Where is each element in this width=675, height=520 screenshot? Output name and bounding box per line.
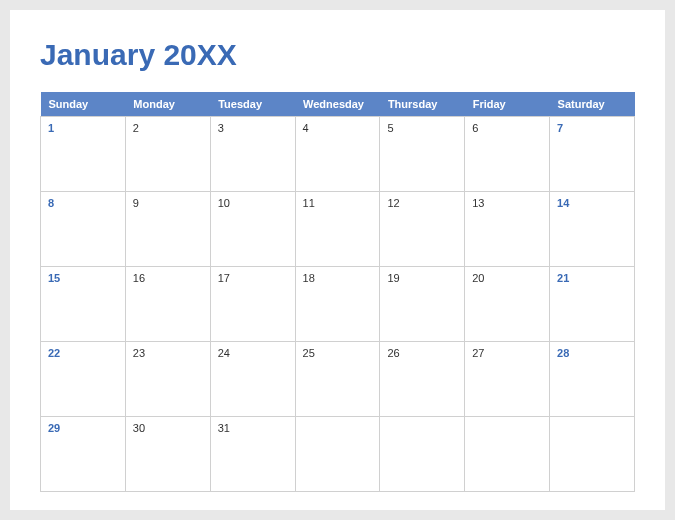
calendar-day-cell: 23 <box>125 342 210 417</box>
weekday-header: Thursday <box>380 92 465 117</box>
calendar-day-cell: 22 <box>41 342 126 417</box>
calendar-day-cell: 28 <box>550 342 635 417</box>
calendar-week-row: 22 23 24 25 26 27 28 <box>41 342 635 417</box>
weekday-header: Sunday <box>41 92 126 117</box>
calendar-day-cell: 10 <box>210 192 295 267</box>
calendar-day-cell <box>465 417 550 492</box>
calendar-day-cell: 26 <box>380 342 465 417</box>
calendar-week-row: 8 9 10 11 12 13 14 <box>41 192 635 267</box>
calendar-day-cell: 24 <box>210 342 295 417</box>
calendar-day-cell: 14 <box>550 192 635 267</box>
calendar-day-cell: 4 <box>295 117 380 192</box>
calendar-week-row: 15 16 17 18 19 20 21 <box>41 267 635 342</box>
calendar-day-cell: 3 <box>210 117 295 192</box>
weekday-header: Friday <box>465 92 550 117</box>
calendar-day-cell: 15 <box>41 267 126 342</box>
calendar-day-cell: 27 <box>465 342 550 417</box>
calendar-day-cell: 30 <box>125 417 210 492</box>
calendar-day-cell: 16 <box>125 267 210 342</box>
calendar-week-row: 29 30 31 <box>41 417 635 492</box>
weekday-header: Wednesday <box>295 92 380 117</box>
calendar-day-cell <box>550 417 635 492</box>
calendar-grid: Sunday Monday Tuesday Wednesday Thursday… <box>40 92 635 492</box>
calendar-day-cell <box>295 417 380 492</box>
calendar-day-cell: 5 <box>380 117 465 192</box>
calendar-day-cell: 21 <box>550 267 635 342</box>
page-title: January 20XX <box>40 38 635 72</box>
calendar-day-cell: 13 <box>465 192 550 267</box>
calendar-day-cell: 29 <box>41 417 126 492</box>
weekday-header: Tuesday <box>210 92 295 117</box>
weekday-header: Monday <box>125 92 210 117</box>
weekday-header: Saturday <box>550 92 635 117</box>
calendar-day-cell: 2 <box>125 117 210 192</box>
calendar-day-cell: 20 <box>465 267 550 342</box>
calendar-day-cell: 25 <box>295 342 380 417</box>
calendar-day-cell: 19 <box>380 267 465 342</box>
calendar-day-cell: 7 <box>550 117 635 192</box>
calendar-week-row: 1 2 3 4 5 6 7 <box>41 117 635 192</box>
calendar-day-cell: 1 <box>41 117 126 192</box>
calendar-day-cell: 8 <box>41 192 126 267</box>
calendar-day-cell: 17 <box>210 267 295 342</box>
calendar-day-cell: 12 <box>380 192 465 267</box>
calendar-day-cell: 9 <box>125 192 210 267</box>
weekday-header-row: Sunday Monday Tuesday Wednesday Thursday… <box>41 92 635 117</box>
calendar-page: January 20XX Sunday Monday Tuesday Wedne… <box>10 10 665 510</box>
calendar-day-cell: 31 <box>210 417 295 492</box>
calendar-day-cell: 6 <box>465 117 550 192</box>
calendar-day-cell: 18 <box>295 267 380 342</box>
calendar-day-cell <box>380 417 465 492</box>
calendar-day-cell: 11 <box>295 192 380 267</box>
